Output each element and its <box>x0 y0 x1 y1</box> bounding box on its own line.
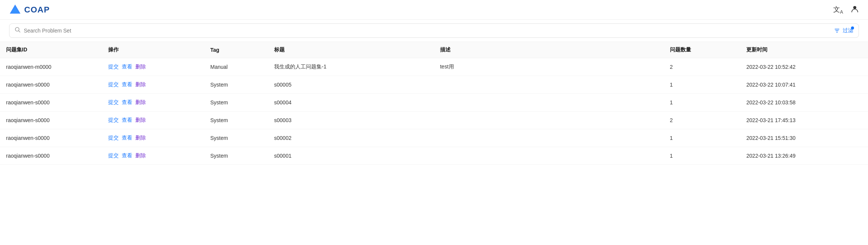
cell-title: 我生成的人工问题集-1 <box>268 58 434 76</box>
cell-actions: 提交查看删除 <box>102 58 204 76</box>
view-btn[interactable]: 查看 <box>122 81 132 88</box>
table-body: raoqianwen-m0000提交查看删除Manual我生成的人工问题集-1t… <box>0 58 868 165</box>
translate-icon[interactable]: 文A <box>833 5 843 15</box>
cell-time: 2022-03-21 17:45:13 <box>740 112 868 129</box>
cell-tag: System <box>204 94 268 112</box>
col-header-desc: 描述 <box>434 42 664 58</box>
view-btn[interactable]: 查看 <box>122 117 132 124</box>
delete-btn[interactable]: 删除 <box>135 135 146 141</box>
problem-set-table: 问题集ID 操作 Tag 标题 描述 问题数量 更新时间 raoqianwen-… <box>0 42 868 165</box>
cell-id: raoqianwen-m0000 <box>0 58 102 76</box>
table-row: raoqianwen-s0000提交查看删除Systems0000322022-… <box>0 112 868 129</box>
cell-count: 1 <box>664 147 741 165</box>
col-header-actions: 操作 <box>102 42 204 58</box>
table-container: 问题集ID 操作 Tag 标题 描述 问题数量 更新时间 raoqianwen-… <box>0 42 868 165</box>
header: COAP 文A <box>0 0 868 20</box>
header-right: 文A <box>833 5 859 15</box>
cell-desc <box>434 76 664 94</box>
logo-area: COAP <box>9 4 50 16</box>
cell-actions: 提交查看删除 <box>102 112 204 129</box>
submit-btn[interactable]: 提交 <box>108 117 119 124</box>
table-header: 问题集ID 操作 Tag 标题 描述 问题数量 更新时间 <box>0 42 868 58</box>
submit-btn[interactable]: 提交 <box>108 135 119 141</box>
cell-tag: System <box>204 147 268 165</box>
col-header-count: 问题数量 <box>664 42 741 58</box>
cell-id: raoqianwen-s0000 <box>0 94 102 112</box>
col-header-tag: Tag <box>204 42 268 58</box>
logo-text: COAP <box>24 5 50 15</box>
view-btn[interactable]: 查看 <box>122 64 132 70</box>
filter-dot <box>851 26 854 29</box>
cell-title: s00005 <box>268 76 434 94</box>
cell-count: 1 <box>664 94 741 112</box>
delete-btn[interactable]: 删除 <box>135 81 146 88</box>
delete-btn[interactable]: 删除 <box>135 117 146 124</box>
cell-desc <box>434 94 664 112</box>
cell-time: 2022-03-22 10:07:41 <box>740 76 868 94</box>
svg-line-4 <box>19 31 20 33</box>
cell-count: 1 <box>664 76 741 94</box>
logo-icon <box>9 4 21 16</box>
search-input[interactable] <box>24 28 834 34</box>
cell-title: s00004 <box>268 94 434 112</box>
cell-desc: test用 <box>434 58 664 76</box>
table-row: raoqianwen-s0000提交查看删除Systems0000212022-… <box>0 129 868 147</box>
cell-actions: 提交查看删除 <box>102 76 204 94</box>
cell-id: raoqianwen-s0000 <box>0 147 102 165</box>
table-row: raoqianwen-s0000提交查看删除Systems0000112022-… <box>0 147 868 165</box>
col-header-title: 标题 <box>268 42 434 58</box>
cell-desc <box>434 147 664 165</box>
submit-btn[interactable]: 提交 <box>108 64 119 70</box>
cell-time: 2022-03-21 15:51:30 <box>740 129 868 147</box>
user-icon[interactable] <box>851 5 859 15</box>
cell-count: 1 <box>664 129 741 147</box>
cell-tag: System <box>204 76 268 94</box>
cell-title: s00003 <box>268 112 434 129</box>
table-row: raoqianwen-m0000提交查看删除Manual我生成的人工问题集-1t… <box>0 58 868 76</box>
submit-btn[interactable]: 提交 <box>108 99 119 106</box>
col-header-id: 问题集ID <box>0 42 102 58</box>
delete-btn[interactable]: 删除 <box>135 64 146 70</box>
cell-title: s00002 <box>268 129 434 147</box>
cell-tag: System <box>204 112 268 129</box>
cell-desc <box>434 129 664 147</box>
delete-btn[interactable]: 删除 <box>135 152 146 159</box>
table-row: raoqianwen-s0000提交查看删除Systems0000412022-… <box>0 94 868 112</box>
cell-actions: 提交查看删除 <box>102 94 204 112</box>
filter-area[interactable]: 过滤 <box>834 27 853 34</box>
cell-desc <box>434 112 664 129</box>
cell-time: 2022-03-22 10:03:58 <box>740 94 868 112</box>
cell-tag: System <box>204 129 268 147</box>
cell-id: raoqianwen-s0000 <box>0 129 102 147</box>
cell-id: raoqianwen-s0000 <box>0 112 102 129</box>
col-header-time: 更新时间 <box>740 42 868 58</box>
table-row: raoqianwen-s0000提交查看删除Systems0000512022-… <box>0 76 868 94</box>
delete-btn[interactable]: 删除 <box>135 99 146 106</box>
submit-btn[interactable]: 提交 <box>108 152 119 159</box>
view-btn[interactable]: 查看 <box>122 152 132 159</box>
cell-time: 2022-03-21 13:26:49 <box>740 147 868 165</box>
svg-point-2 <box>853 6 856 9</box>
cell-title: s00001 <box>268 147 434 165</box>
view-btn[interactable]: 查看 <box>122 99 132 106</box>
cell-count: 2 <box>664 58 741 76</box>
cell-time: 2022-03-22 10:52:42 <box>740 58 868 76</box>
search-bar: 过滤 <box>9 23 859 38</box>
cell-actions: 提交查看删除 <box>102 129 204 147</box>
submit-btn[interactable]: 提交 <box>108 81 119 88</box>
cell-id: raoqianwen-s0000 <box>0 76 102 94</box>
view-btn[interactable]: 查看 <box>122 135 132 141</box>
cell-count: 2 <box>664 112 741 129</box>
cell-tag: Manual <box>204 58 268 76</box>
cell-actions: 提交查看删除 <box>102 147 204 165</box>
search-icon <box>15 27 21 34</box>
